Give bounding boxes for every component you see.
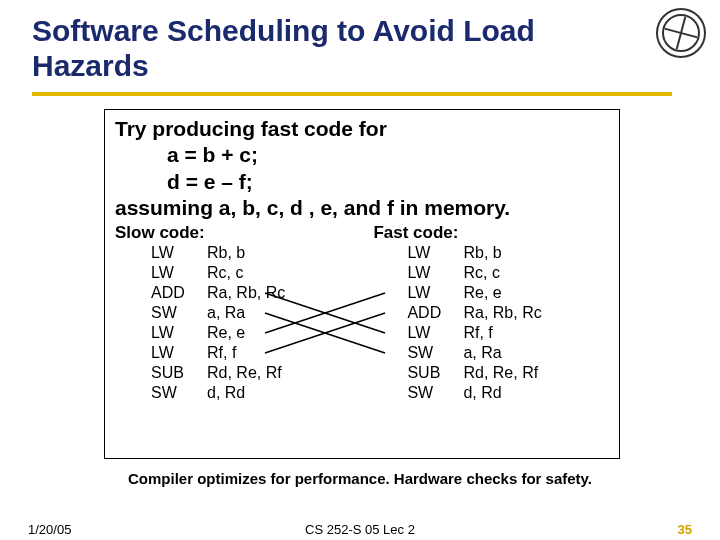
fast-arg: d, Rd [463,383,501,403]
slow-op: SW [115,383,207,403]
fast-op: LW [365,243,463,263]
intro-line-4: assuming a, b, c, d , e, and f in memory… [115,195,609,221]
intro-line-2: a = b + c; [115,142,609,168]
fast-arg: Rb, b [463,243,501,263]
fast-op: LW [365,323,463,343]
fast-arg: Rc, c [463,263,499,283]
fast-op: LW [365,283,463,303]
seal-logo-inner [662,14,700,52]
code-columns: Slow code: LWRb, b LWRc, c ADDRa, Rb, Rc… [115,223,609,403]
fast-row: SWa, Ra [365,343,609,363]
footer-course: CS 252-S 05 Lec 2 [0,522,720,537]
slow-arg: d, Rd [207,383,245,403]
fast-code-header: Fast code: [365,223,609,243]
slow-code-column: Slow code: LWRb, b LWRc, c ADDRa, Rb, Rc… [115,223,365,403]
slow-arg: Rc, c [207,263,243,283]
fast-row: SWd, Rd [365,383,609,403]
slow-code-header: Slow code: [115,223,365,243]
slow-op: LW [115,343,207,363]
slide: Software Scheduling to Avoid Load Hazard… [0,0,720,540]
fast-arg: Ra, Rb, Rc [463,303,541,323]
slow-op: LW [115,263,207,283]
fast-row: LWRf, f [365,323,609,343]
fast-row: SUBRd, Re, Rf [365,363,609,383]
fast-op: SUB [365,363,463,383]
slow-op: SW [115,303,207,323]
slow-arg: Rf, f [207,343,236,363]
slow-arg: Rd, Re, Rf [207,363,282,383]
fast-op: SW [365,383,463,403]
fast-arg: Rd, Re, Rf [463,363,538,383]
slow-op: ADD [115,283,207,303]
fast-row: LWRc, c [365,263,609,283]
slow-op: LW [115,243,207,263]
fast-op: LW [365,263,463,283]
slow-arg: Re, e [207,323,245,343]
fast-code-column: Fast code: LWRb, b LWRc, c LWRe, e ADDRa… [365,223,609,403]
bottom-note: Compiler optimizes for performance. Hard… [0,470,720,487]
slow-row: LWRc, c [115,263,365,283]
slide-title: Software Scheduling to Avoid Load Hazard… [32,14,612,83]
intro-line-3: d = e – f; [115,169,609,195]
fast-arg: Rf, f [463,323,492,343]
footer-page-number: 35 [678,522,692,537]
fast-op: SW [365,343,463,363]
content-box: Try producing fast code for a = b + c; d… [104,109,620,459]
slow-row: SWd, Rd [115,383,365,403]
fast-op: ADD [365,303,463,323]
slow-row: SWa, Ra [115,303,365,323]
fast-arg: Re, e [463,283,501,303]
title-underline [32,92,672,96]
slow-arg: Rb, b [207,243,245,263]
slow-op: SUB [115,363,207,383]
slow-row: ADDRa, Rb, Rc [115,283,365,303]
fast-arg: a, Ra [463,343,501,363]
seal-logo [656,8,706,58]
slow-row: LWRe, e [115,323,365,343]
slow-row: LWRb, b [115,243,365,263]
fast-row: LWRe, e [365,283,609,303]
fast-row: ADDRa, Rb, Rc [365,303,609,323]
slow-row: SUBRd, Re, Rf [115,363,365,383]
slow-row: LWRf, f [115,343,365,363]
fast-row: LWRb, b [365,243,609,263]
slow-arg: Ra, Rb, Rc [207,283,285,303]
intro-line-1: Try producing fast code for [115,116,609,142]
intro-block: Try producing fast code for a = b + c; d… [115,116,609,221]
slow-arg: a, Ra [207,303,245,323]
slow-op: LW [115,323,207,343]
